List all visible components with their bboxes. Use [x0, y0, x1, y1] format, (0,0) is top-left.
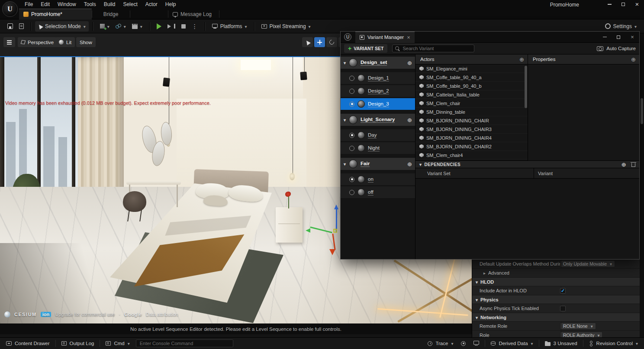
gizmo-x-arrowhead[interactable]	[329, 249, 335, 255]
detail-section-physics[interactable]: Physics	[472, 295, 640, 304]
detail-section-hlod[interactable]: HLOD	[472, 278, 640, 286]
dependencies-header[interactable]: DEPENDENCIES	[415, 161, 639, 168]
actor-row[interactable]: SM_BJORN_DINING_CHAIR3	[415, 125, 528, 134]
variant-set-name[interactable]: Design_set	[361, 60, 387, 66]
stop-button[interactable]	[178, 21, 189, 32]
variant-name[interactable]: Design_3	[368, 101, 389, 107]
upgrade-link[interactable]: Upgrade for commercial use	[55, 312, 115, 317]
actor-row[interactable]: SM_Coffe_table_90_40_b	[415, 82, 528, 90]
variant-row[interactable]: Night	[341, 142, 415, 154]
minimize-button[interactable]	[602, 0, 616, 9]
add-dependency-icon[interactable]	[621, 162, 626, 167]
variant-name[interactable]: Day	[368, 132, 377, 138]
variant-name[interactable]: off	[368, 189, 374, 195]
add-variant-icon[interactable]	[407, 117, 412, 123]
actor-row[interactable]: SM_BJORN_DINING_CHAIR2	[415, 142, 528, 151]
scrollbar-thumb[interactable]	[641, 98, 643, 124]
variant-search-input[interactable]	[402, 46, 471, 51]
menu-window[interactable]: Window	[54, 0, 80, 9]
chevron-down-icon[interactable]	[344, 161, 346, 166]
variant-row[interactable]: Day	[341, 129, 415, 141]
actor-row[interactable]: SM_Clem_chair	[415, 99, 528, 108]
actor-row[interactable]: SM_Clem_chair4	[415, 151, 528, 160]
variant-name[interactable]: on	[368, 176, 374, 183]
output-log-button[interactable]: Output Log	[58, 338, 98, 349]
variant-set-name[interactable]: Light_Scenary	[361, 117, 395, 123]
delete-dependency-icon[interactable]	[631, 162, 635, 167]
gizmo-z-arrowhead[interactable]	[334, 205, 338, 209]
insights-button[interactable]	[457, 338, 469, 349]
chevron-down-icon[interactable]	[344, 60, 346, 65]
variant-name[interactable]: Night	[368, 145, 380, 151]
details-scrollbar[interactable]	[640, 33, 644, 337]
move-tool-button[interactable]	[314, 37, 325, 47]
variant-row[interactable]: on	[341, 173, 415, 185]
actor-row[interactable]: SM_BJORN_DINING_CHAIR	[415, 116, 528, 125]
vm-minimize-button[interactable]	[598, 32, 612, 42]
variant-set-header[interactable]: Light_Scenary	[341, 114, 415, 126]
vm-maximize-button[interactable]	[612, 32, 625, 42]
variant-name[interactable]: Design_1	[368, 75, 389, 81]
settings-dropdown[interactable]: Settings	[602, 21, 640, 32]
variant-search-box[interactable]	[392, 45, 474, 52]
menu-build[interactable]: Build	[100, 0, 119, 9]
console-command-input[interactable]	[136, 339, 233, 347]
vm-close-button[interactable]	[625, 32, 639, 42]
data-attribution-link[interactable]: Data attribution	[146, 312, 178, 317]
play-options-button[interactable]	[189, 21, 201, 32]
variant-row[interactable]: Design_3	[341, 98, 415, 110]
save-button[interactable]	[4, 21, 16, 32]
add-variant-set-button[interactable]: VARIANT SET	[344, 44, 387, 53]
variant-radio[interactable]	[349, 133, 354, 138]
remote-role-dropdown[interactable]: ROLE None	[560, 323, 596, 330]
actor-row[interactable]: SM_BJORN_DINING_CHAIR4	[415, 134, 528, 142]
viewport-options-button[interactable]	[3, 37, 15, 47]
trace-dropdown[interactable]: Trace	[424, 338, 457, 349]
tab-message-log[interactable]: Message Log	[168, 9, 219, 19]
skip-frame-button[interactable]	[164, 21, 178, 32]
lit-dropdown[interactable]: Lit	[55, 37, 75, 47]
browse-content-button[interactable]	[16, 21, 27, 32]
maximize-button[interactable]	[616, 0, 630, 9]
unsaved-button[interactable]: 3 Unsaved	[541, 338, 581, 349]
actor-row[interactable]: SM_Coffe_table_90_40_a	[415, 73, 528, 82]
variant-radio[interactable]	[349, 190, 354, 195]
variant-name[interactable]: Design_2	[368, 88, 389, 94]
add-variant-icon[interactable]	[407, 161, 412, 167]
perspective-dropdown[interactable]: Perspective	[18, 37, 57, 47]
variant-row[interactable]: Design_2	[341, 85, 415, 97]
platforms-dropdown[interactable]: Platforms	[209, 21, 250, 32]
cinematics-dropdown[interactable]	[129, 21, 145, 32]
rotate-tool-button[interactable]	[326, 37, 337, 47]
variant-manager-titlebar[interactable]: Variant Manager	[341, 32, 639, 43]
include-hlod-checkbox[interactable]	[560, 288, 566, 294]
chevron-down-icon[interactable]	[419, 162, 422, 167]
add-property-icon[interactable]	[631, 57, 636, 62]
add-variant-icon[interactable]	[407, 60, 412, 66]
revision-control-dropdown[interactable]: Revision Control	[586, 338, 641, 349]
show-dropdown[interactable]: Show	[76, 37, 96, 47]
update-overlaps-dropdown[interactable]: Only Update Movable	[560, 260, 615, 267]
cesium-logo[interactable]: CESIUM	[14, 312, 37, 317]
blueprints-dropdown[interactable]	[113, 21, 129, 32]
menu-actor[interactable]: Actor	[142, 0, 161, 9]
tab-close-icon[interactable]	[407, 35, 410, 40]
cesium-ion-badge[interactable]: ion	[41, 312, 52, 317]
cmd-dropdown[interactable]: Cmd	[102, 338, 133, 349]
variant-set-name[interactable]: Fair	[361, 161, 370, 167]
variant-row[interactable]: off	[341, 186, 415, 198]
selection-mode-dropdown[interactable]: Selection Mode	[35, 21, 89, 32]
close-button[interactable]	[630, 0, 644, 9]
menu-tools[interactable]: Tools	[80, 0, 100, 9]
menu-select[interactable]: Select	[119, 0, 141, 9]
gizmo-center-handle[interactable]	[333, 229, 337, 233]
actors-scrollbar[interactable]	[525, 66, 527, 108]
variant-manager-tab[interactable]: Variant Manager	[355, 32, 415, 43]
pixel-streaming-dropdown[interactable]: Pixel Streaming	[258, 21, 314, 32]
variant-radio[interactable]	[349, 89, 354, 94]
variant-set-header[interactable]: Fair	[341, 158, 415, 170]
variant-radio[interactable]	[349, 76, 354, 81]
actor-row[interactable]: SM_Dinning_table	[415, 108, 528, 116]
menu-file[interactable]: File	[21, 0, 37, 9]
menu-help[interactable]: Help	[161, 0, 180, 9]
